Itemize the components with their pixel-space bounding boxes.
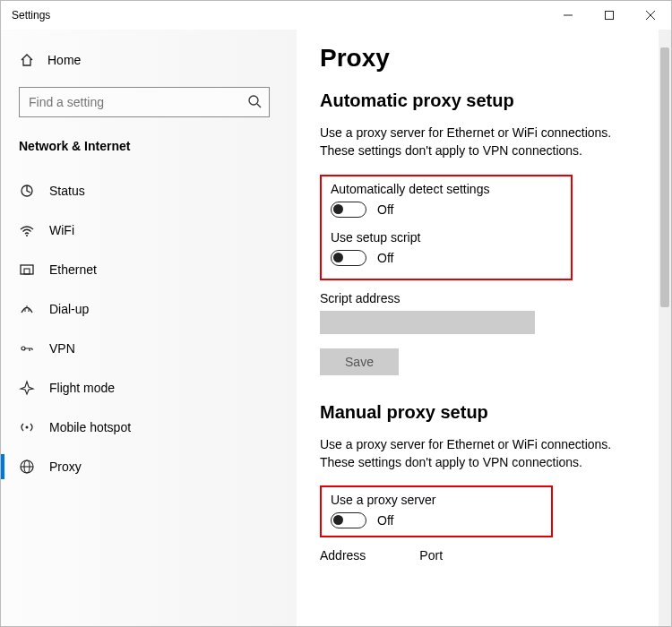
svg-point-14 [26,426,29,429]
window-controls [547,1,671,30]
search-icon [247,94,262,111]
svg-point-13 [22,347,25,350]
svg-rect-9 [24,269,30,274]
main-content: Proxy Automatic proxy setup Use a proxy … [297,30,671,626]
sidebar-item-flight[interactable]: Flight mode [1,368,297,408]
auto-section-heading: Automatic proxy setup [320,90,648,111]
sidebar-home[interactable]: Home [1,42,297,78]
auto-detect-label: Automatically detect settings [331,182,562,196]
svg-line-5 [257,104,261,107]
sidebar-item-label: Mobile hotspot [49,420,131,434]
sidebar-item-dialup[interactable]: Dial-up [1,289,297,329]
use-proxy-label: Use a proxy server [331,493,542,507]
sidebar-item-label: Proxy [49,460,82,474]
hotspot-icon [19,419,35,435]
maximize-button[interactable] [589,1,630,30]
wifi-icon [19,222,35,238]
save-button[interactable]: Save [320,348,399,375]
sidebar-home-label: Home [47,53,81,67]
svg-rect-8 [21,265,33,274]
setup-script-state: Off [377,251,393,265]
port-label: Port [419,548,443,563]
auto-detect-toggle[interactable] [331,202,366,218]
sidebar-item-hotspot[interactable]: Mobile hotspot [1,408,297,447]
manual-section-desc: Use a proxy server for Ethernet or WiFi … [320,435,642,472]
search-input-wrap[interactable] [19,87,270,117]
sidebar-item-wifi[interactable]: WiFi [1,210,297,250]
auto-highlight-box: Automatically detect settings Off Use se… [320,175,573,280]
sidebar-item-label: Dial-up [49,302,89,316]
address-label: Address [320,548,366,563]
search-input[interactable] [29,95,238,109]
sidebar: Home Network & Internet StatusWiFiEthern… [1,30,297,626]
sidebar-item-label: Flight mode [49,381,115,395]
sidebar-item-label: Ethernet [49,262,97,277]
setup-script-toggle[interactable] [331,250,366,266]
vertical-scrollbar[interactable] [659,30,671,626]
settings-window: Settings Home Network & Internet StatusW… [0,0,672,627]
close-button[interactable] [630,1,671,30]
svg-point-7 [26,235,28,236]
setup-script-label: Use setup script [331,230,562,245]
sidebar-item-label: VPN [49,341,75,356]
ethernet-icon [19,262,35,278]
globe-icon [19,459,35,475]
vpn-icon [19,340,35,356]
sidebar-item-label: Status [49,184,85,198]
sidebar-item-label: WiFi [49,223,74,237]
auto-section-desc: Use a proxy server for Ethernet or WiFi … [320,124,642,160]
page-title: Proxy [320,44,648,73]
script-address-label: Script address [320,291,648,305]
dialup-icon [19,301,35,317]
use-proxy-state: Off [377,513,393,528]
script-address-input[interactable] [320,311,535,334]
airplane-icon [19,380,35,396]
manual-section-heading: Manual proxy setup [320,402,648,423]
sidebar-nav: StatusWiFiEthernetDial-upVPNFlight modeM… [1,171,297,486]
scrollbar-thumb[interactable] [660,47,669,307]
minimize-button[interactable] [547,1,589,30]
svg-point-4 [249,96,258,105]
sidebar-item-ethernet[interactable]: Ethernet [1,250,297,289]
svg-point-12 [26,305,28,307]
titlebar: Settings [1,1,671,30]
use-proxy-toggle[interactable] [331,512,366,528]
sidebar-item-status[interactable]: Status [1,171,297,210]
home-icon [19,52,35,68]
svg-rect-1 [606,12,614,20]
status-icon [19,183,35,199]
sidebar-section-title: Network & Internet [1,133,297,162]
auto-detect-state: Off [377,202,393,217]
window-title: Settings [12,9,50,21]
manual-highlight-box: Use a proxy server Off [320,485,553,537]
sidebar-item-vpn[interactable]: VPN [1,329,297,368]
sidebar-item-proxy[interactable]: Proxy [1,447,297,486]
